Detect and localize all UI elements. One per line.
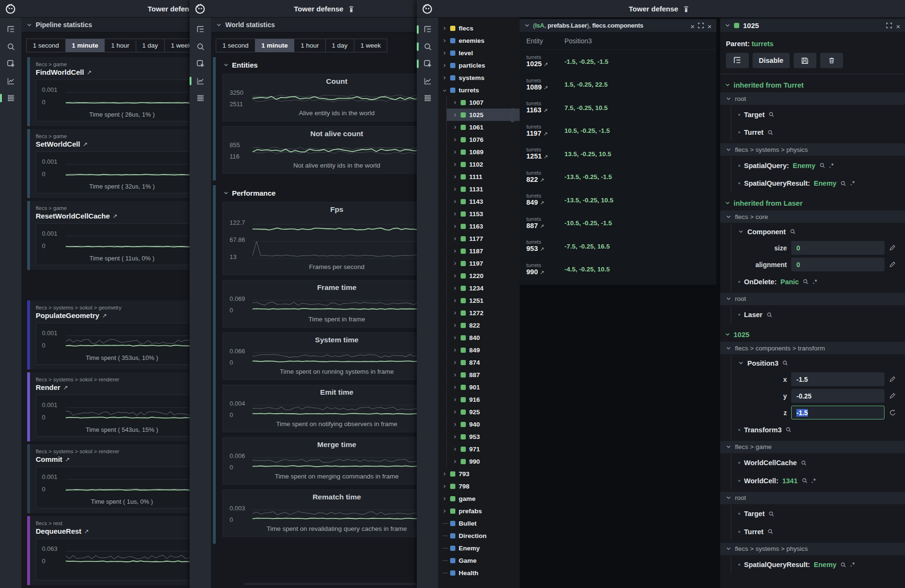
row-entity-link[interactable]: 1089 ↗ [526,83,564,92]
stat-name-link[interactable]: Commit [36,455,62,463]
search-icon[interactable] [801,460,807,466]
search-icon[interactable] [767,528,774,535]
component-value-link[interactable]: Panic [781,278,799,286]
tree-item-793[interactable]: 793 [438,468,520,480]
tree-item-887[interactable]: 887 [447,369,520,381]
open-link-icon[interactable]: ↗ [113,213,118,219]
save-button[interactable] [794,53,816,68]
tree-item-level[interactable]: level [438,47,520,59]
field-input-size[interactable]: 0 [791,241,885,255]
chevron-right-icon[interactable] [453,299,457,303]
chevron-right-icon[interactable] [453,447,457,451]
expand-panel-icon[interactable] [886,22,892,29]
component-scope-bar[interactable]: root [720,293,905,305]
tree-item-1177[interactable]: 1177 [447,232,520,245]
query-icon[interactable] [422,59,433,69]
time-tab-1-week[interactable]: 1 week [165,39,190,52]
component-scope-bar[interactable]: flecs > core [720,210,905,223]
show-tree-button[interactable] [726,53,749,68]
query-row-849[interactable]: turrets 849 ↗ -13.5, -0.25, 10.5 [520,189,716,212]
row-entity-link[interactable]: 1197 ↗ [526,130,564,138]
chevron-right-icon[interactable] [453,323,457,328]
tree-item-1089[interactable]: 1089 [447,146,520,158]
chevron-right-icon[interactable] [453,422,457,427]
tree-item-1007[interactable]: 1007 [447,96,520,109]
component-scope-bar[interactable]: root [720,492,905,504]
time-tab-1-second[interactable]: 1 second [27,39,66,52]
chevron-right-icon[interactable] [442,63,447,68]
chevron-right-icon[interactable] [453,175,457,179]
search-icon[interactable] [803,279,809,285]
chevron-right-icon[interactable] [453,113,457,117]
query-row-822[interactable]: turrets 822 ↗ -13.5, -0.25, -1.5 [520,166,716,189]
tree-item-enemies[interactable]: enemies [438,34,520,47]
chevron-right-icon[interactable] [442,51,447,55]
row-entity-link[interactable]: 1025 ↗ [526,60,564,69]
tree-item-particles[interactable]: particles [438,59,520,71]
open-link-icon[interactable]: ↗ [83,141,88,148]
tree-item-822[interactable]: 822 [447,319,520,331]
search-icon[interactable] [790,229,796,235]
chevron-right-icon[interactable] [453,336,457,340]
search-icon[interactable] [195,41,206,52]
row-entity-link[interactable]: 887 ↗ [526,222,564,230]
inspector-group-header[interactable]: inherited from Turret [725,79,899,90]
component-expand-Position3[interactable]: Position3 [738,355,899,371]
tree-item-849[interactable]: 849 [447,344,520,356]
component-scope-bar[interactable]: flecs > game [720,441,905,453]
chevron-right-icon[interactable] [442,26,447,30]
component-scope-bar[interactable]: flecs > components > transform [720,342,905,354]
query-icon[interactable] [6,59,16,69]
chevron-right-icon[interactable] [453,249,457,253]
parent-value-link[interactable]: turrets [752,40,774,48]
search-icon[interactable] [767,130,774,136]
tree-item-901[interactable]: 901 [447,381,520,393]
query-row-1251[interactable]: turrets 1251 ↗ 13.5, -0.25, 10.5 [520,142,716,166]
search-icon[interactable] [6,41,16,52]
tree-item-1153[interactable]: 1153 [447,208,520,220]
tree-item-systems[interactable]: systems [438,71,520,84]
tree-item-1251[interactable]: 1251 [447,294,520,307]
tree-item-1025[interactable]: 1025 [447,109,520,121]
outline-icon[interactable] [422,24,433,35]
tree-item-798[interactable]: 798 [438,480,520,492]
tree-item-990[interactable]: 990 [447,455,520,468]
component-value-link[interactable]: 1341 [782,477,797,485]
chevron-right-icon[interactable] [453,311,457,315]
time-tab-1-day[interactable]: 1 day [136,39,165,52]
chevron-right-icon[interactable] [453,410,457,414]
time-tab-1-hour[interactable]: 1 hour [105,39,136,52]
search-icon[interactable] [768,511,774,517]
chevron-down-icon[interactable] [442,88,447,92]
tree-item-971[interactable]: 971 [447,443,520,455]
chevron-right-icon[interactable] [453,187,457,191]
tree-item-916[interactable]: 916 [447,393,520,406]
tree-item-Direction[interactable]: Direction [438,529,520,542]
undo-icon[interactable] [889,409,896,417]
close-panel-icon[interactable]: × [707,22,712,29]
chevron-right-icon[interactable] [442,509,447,513]
component-scope-bar[interactable]: root [720,92,905,105]
stat-name-link[interactable]: DequeueRest [36,527,81,535]
search-icon[interactable] [768,111,774,118]
panel-header-world-statistics[interactable]: World statistics [211,18,417,32]
chevron-right-icon[interactable] [453,212,457,216]
clear-query-icon[interactable]: × [690,22,694,29]
chevron-right-icon[interactable] [442,497,447,501]
chevron-right-icon[interactable] [453,435,457,439]
tree-item-1131[interactable]: 1131 [447,183,520,195]
search-icon[interactable] [422,41,433,52]
chevron-right-icon[interactable] [453,138,457,142]
stats-icon[interactable] [6,93,16,103]
open-link-icon[interactable]: ↗ [102,312,107,319]
field-input-z[interactable]: -1.5 [791,406,885,419]
time-tab-1-day[interactable]: 1 day [326,39,354,52]
tree-item-1272[interactable]: 1272 [447,307,520,319]
tree-item-Game[interactable]: Game [438,554,520,567]
tree-item-925[interactable]: 925 [447,406,520,418]
expand-panel-icon[interactable] [698,22,704,29]
chevron-right-icon[interactable] [453,100,457,105]
tree-item-turrets[interactable]: turrets [438,84,520,96]
query-row-1197[interactable]: turrets 1197 ↗ 10.5, -0.25, -1.5 [520,120,716,143]
tree-scrollbar[interactable] [511,108,514,122]
